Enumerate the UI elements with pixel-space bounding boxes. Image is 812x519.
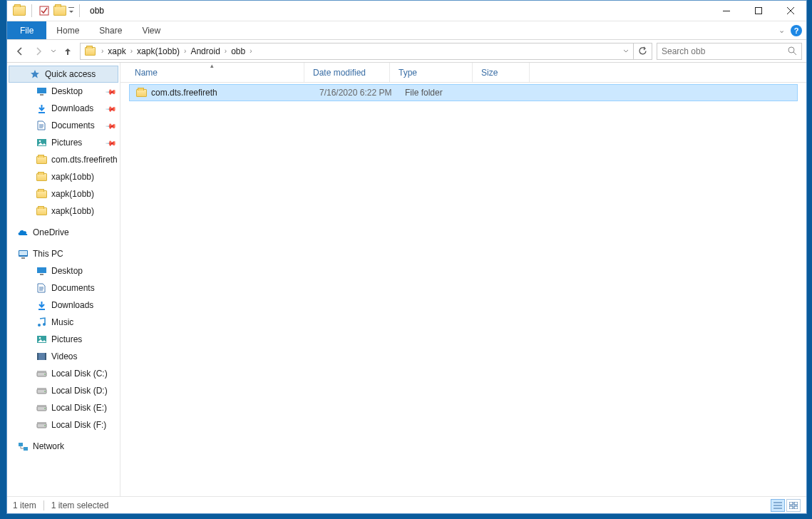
disk-icon — [36, 368, 47, 379]
chevron-right-icon[interactable]: › — [129, 47, 134, 55]
sidebar-item[interactable]: Desktop — [7, 262, 120, 279]
sidebar-item-label: Downloads — [51, 103, 93, 113]
help-icon[interactable]: ? — [791, 25, 802, 36]
ribbon-expand-icon[interactable]: ⌄ — [778, 26, 785, 35]
sidebar-item[interactable]: xapk(1obb) — [7, 168, 120, 185]
close-button[interactable] — [774, 1, 806, 21]
svg-rect-39 — [789, 506, 793, 509]
details-view-button[interactable] — [771, 499, 785, 512]
breadcrumb[interactable]: xapk — [105, 43, 128, 59]
sidebar-item-label: Quick access — [45, 69, 96, 79]
sidebar-item[interactable]: xapk(1obb) — [7, 202, 120, 220]
chevron-right-icon[interactable]: › — [248, 47, 253, 55]
sidebar-item[interactable]: Downloads — [7, 297, 120, 314]
sidebar-item[interactable]: Documents📌 — [7, 117, 120, 134]
breadcrumb[interactable]: obb — [228, 43, 248, 59]
minimize-button[interactable] — [710, 1, 742, 21]
sidebar-item-this-pc[interactable]: This PC — [7, 245, 120, 262]
sidebar-item-label: Videos — [51, 351, 77, 361]
up-button[interactable] — [60, 43, 76, 59]
sidebar-item[interactable]: Local Disk (D:) — [7, 382, 120, 399]
sidebar-item-label: Documents — [51, 120, 95, 130]
folder-icon — [36, 154, 47, 165]
videos-icon — [36, 351, 47, 362]
file-row[interactable]: com.dts.freefireth7/16/2020 6:22 PMFile … — [129, 84, 798, 101]
svg-point-30 — [44, 408, 46, 409]
breadcrumb[interactable]: Android — [187, 43, 222, 59]
status-selection: 1 item selected — [51, 500, 109, 510]
file-type: File folder — [399, 88, 482, 98]
svg-rect-13 — [37, 267, 46, 273]
history-dropdown-icon[interactable] — [48, 48, 58, 54]
properties-icon[interactable] — [36, 3, 52, 19]
sidebar-item-network[interactable]: Network — [7, 438, 120, 455]
search-input[interactable] — [662, 46, 788, 56]
search-icon[interactable] — [788, 46, 797, 56]
svg-rect-38 — [794, 502, 798, 505]
sidebar-item[interactable]: Music — [7, 314, 120, 331]
column-headers: ▴ Name Date modified Type Size — [120, 63, 806, 83]
sidebar-item[interactable]: com.dts.freefireth — [7, 151, 120, 168]
ribbon-tabs: File Home Share View ⌄ ? — [7, 21, 806, 40]
back-button[interactable] — [11, 43, 29, 60]
sidebar-item-label: Local Disk (E:) — [51, 403, 107, 413]
thumbnails-view-button[interactable] — [786, 499, 801, 512]
sidebar-item[interactable]: Local Disk (C:) — [7, 365, 120, 382]
tab-share[interactable]: Share — [89, 21, 132, 39]
chevron-right-icon[interactable]: › — [183, 47, 187, 55]
sidebar-item[interactable]: Desktop📌 — [7, 83, 120, 100]
svg-rect-0 — [40, 6, 48, 15]
quick-access-toolbar — [7, 3, 84, 19]
address-folder-icon — [81, 47, 100, 56]
file-list[interactable]: com.dts.freefireth7/16/2020 6:22 PMFile … — [120, 83, 806, 496]
svg-rect-3 — [755, 8, 761, 14]
file-name: com.dts.freefireth — [151, 88, 217, 98]
tab-view[interactable]: View — [132, 21, 170, 39]
search-box[interactable] — [657, 43, 802, 60]
svg-point-17 — [43, 323, 46, 326]
chevron-right-icon[interactable]: › — [100, 47, 105, 55]
folder-icon — [36, 188, 47, 200]
downloads-icon — [36, 103, 47, 114]
column-header-date[interactable]: Date modified — [304, 63, 390, 82]
column-header-size[interactable]: Size — [473, 63, 530, 82]
svg-rect-2 — [723, 11, 730, 11]
maximize-button[interactable] — [742, 1, 774, 21]
sidebar-item[interactable]: Videos — [7, 348, 120, 365]
tab-home[interactable]: Home — [46, 21, 89, 39]
qat-dropdown-icon[interactable] — [68, 3, 75, 19]
address-dropdown-icon[interactable] — [619, 48, 633, 54]
svg-point-19 — [38, 337, 41, 339]
new-folder-icon[interactable] — [52, 3, 68, 19]
sidebar-item-label: Pictures — [51, 138, 82, 148]
separator — [31, 4, 32, 17]
sidebar-item[interactable]: Pictures📌 — [7, 134, 120, 151]
breadcrumb[interactable]: xapk(1obb) — [134, 43, 183, 59]
disk-icon — [36, 419, 47, 431]
column-header-type[interactable]: Type — [390, 63, 473, 82]
sidebar-item[interactable]: Documents — [7, 279, 120, 297]
pin-icon: 📌 — [106, 137, 117, 148]
tab-file[interactable]: File — [7, 21, 46, 39]
sidebar-item-onedrive[interactable]: OneDrive — [7, 224, 120, 241]
sidebar-item-quick-access[interactable]: Quick access — [9, 66, 118, 83]
svg-rect-40 — [794, 506, 798, 509]
sidebar-item-label: This PC — [33, 249, 63, 259]
sidebar-item[interactable]: Downloads📌 — [7, 100, 120, 117]
svg-rect-11 — [19, 251, 27, 255]
refresh-button[interactable] — [633, 43, 652, 60]
sidebar-item[interactable]: xapk(1obb) — [7, 185, 120, 202]
pin-icon: 📌 — [106, 86, 117, 97]
forward-button[interactable] — [30, 43, 47, 60]
svg-point-33 — [44, 425, 46, 426]
svg-rect-14 — [40, 274, 43, 275]
sidebar-item[interactable]: Pictures — [7, 331, 120, 348]
this-pc-group: This PC DesktopDocumentsDownloadsMusicPi… — [7, 245, 120, 433]
address-bar[interactable]: › xapk › xapk(1obb) › Android › obb › — [80, 43, 652, 60]
chevron-right-icon[interactable]: › — [223, 47, 228, 55]
sidebar-item[interactable]: Local Disk (F:) — [7, 416, 120, 433]
svg-rect-35 — [19, 443, 23, 446]
svg-point-27 — [44, 391, 46, 392]
sidebar-item[interactable]: Local Disk (E:) — [7, 399, 120, 416]
sidebar-item-label: Desktop — [51, 266, 83, 276]
